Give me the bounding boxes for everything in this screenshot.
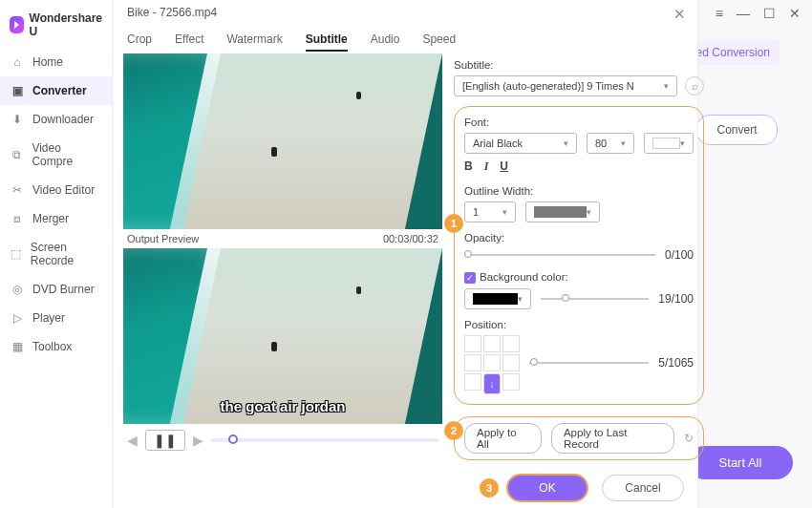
position-thumb[interactable]: [530, 358, 538, 366]
merge-icon: ⧈: [10, 212, 25, 225]
playback-controls: ◀ ❚❚ ▶: [123, 424, 442, 456]
sidebar-item-label: Converter: [32, 84, 87, 97]
editor-tabs: Crop Effect Watermark Subtitle Audio Spe…: [114, 25, 697, 53]
position-label: Position:: [464, 319, 694, 330]
annotation-badge-2: 2: [444, 421, 463, 440]
font-label: Font:: [464, 116, 694, 128]
italic-button[interactable]: I: [484, 159, 489, 174]
underline-button[interactable]: U: [500, 159, 508, 174]
sidebar-item-toolbox[interactable]: ▦Toolbox: [0, 332, 112, 361]
subtitle-search-icon[interactable]: ⌕: [685, 76, 704, 95]
outline-color-select[interactable]: ▾: [525, 201, 600, 222]
minimize-icon[interactable]: —: [737, 6, 750, 21]
record-icon: ⬚: [10, 247, 23, 261]
subtitle-track-select[interactable]: [English (auto-generated)] 9 Times N▾: [454, 75, 677, 96]
subtitle-settings: Subtitle: [English (auto-generated)] 9 T…: [454, 53, 704, 460]
apply-row: 2 Apply to All Apply to Last Record ↻: [454, 416, 704, 460]
close-icon[interactable]: ✕: [673, 6, 686, 23]
sidebar-item-dvd-burner[interactable]: ◎DVD Burner: [0, 275, 112, 304]
sidebar-item-downloader[interactable]: ⬇Downloader: [0, 105, 112, 134]
ok-button[interactable]: OK: [506, 474, 588, 502]
sidebar-item-video-compressor[interactable]: ⧉Video Compre: [0, 134, 112, 176]
sidebar-item-screen-recorder[interactable]: ⬚Screen Recorde: [0, 233, 112, 275]
annotation-badge-3: 3: [480, 478, 499, 497]
bold-button[interactable]: B: [464, 159, 473, 174]
playback-track[interactable]: [211, 438, 438, 442]
menu-icon[interactable]: ≡: [716, 6, 723, 21]
maximize-icon[interactable]: ☐: [763, 6, 776, 21]
brand-logo-icon: [10, 16, 24, 33]
modal-title: Bike - 72566.mp4: [127, 6, 217, 19]
bgcolor-label: ✓Background color:: [464, 271, 694, 284]
playback-time: 00:03/00:32: [383, 233, 438, 244]
position-bottom-center[interactable]: ↓: [483, 373, 501, 394]
opacity-label: Opacity:: [464, 232, 694, 243]
sidebar-item-label: Video Compre: [32, 141, 102, 168]
font-size-select[interactable]: 80▾: [587, 133, 634, 154]
refresh-icon[interactable]: ↻: [684, 432, 694, 445]
opacity-thumb[interactable]: [464, 250, 472, 258]
sidebar-item-label: Player: [32, 311, 65, 325]
pause-button[interactable]: ❚❚: [145, 430, 185, 451]
app-window: Wondershare U ⌂Home ▣Converter ⬇Download…: [0, 0, 812, 508]
tab-audio[interactable]: Audio: [371, 32, 400, 52]
subtitle-label: Subtitle:: [454, 59, 704, 71]
apply-to-last-record-button[interactable]: Apply to Last Record: [551, 423, 674, 454]
playback-thumb[interactable]: [228, 434, 238, 444]
annotation-badge-1: 1: [444, 214, 463, 233]
opacity-value: 0/100: [665, 248, 694, 262]
compress-icon: ⧉: [10, 148, 24, 161]
scissors-icon: ✂: [10, 183, 25, 197]
download-icon: ⬇: [10, 113, 25, 126]
bgcolor-slider[interactable]: [541, 298, 649, 300]
position-slider[interactable]: [529, 362, 649, 364]
grid-icon: ▦: [10, 340, 25, 353]
converter-icon: ▣: [10, 84, 25, 97]
sidebar-item-converter[interactable]: ▣Converter: [0, 76, 112, 105]
font-family-select[interactable]: Arial Black▾: [464, 133, 577, 154]
output-preview-label: Output Preview: [127, 233, 199, 244]
sidebar-item-label: Merger: [32, 212, 69, 225]
sidebar-item-label: Home: [32, 55, 63, 69]
window-controls: ≡ — ☐ ✕: [716, 6, 801, 21]
sidebar-item-label: Screen Recorde: [31, 241, 102, 267]
sidebar-item-player[interactable]: ▷Player: [0, 304, 112, 332]
opacity-slider[interactable]: [464, 254, 655, 256]
subtitle-caption: the goat air jordan: [123, 398, 442, 414]
subtitle-editor-modal: Bike - 72566.mp4 ✕ Crop Effect Watermark…: [114, 0, 698, 508]
bgcolor-value: 19/100: [658, 292, 694, 306]
apply-to-all-button[interactable]: Apply to All: [464, 423, 542, 454]
bgcolor-checkbox[interactable]: ✓: [464, 272, 476, 284]
video-preview-original: [123, 53, 442, 229]
tab-speed[interactable]: Speed: [422, 32, 456, 52]
modal-title-bar: Bike - 72566.mp4 ✕: [114, 0, 697, 25]
tab-effect[interactable]: Effect: [175, 32, 203, 52]
disc-icon: ◎: [10, 283, 25, 296]
tab-watermark[interactable]: Watermark: [226, 32, 282, 52]
play-icon: ▷: [10, 311, 25, 325]
convert-button[interactable]: Convert: [696, 115, 778, 145]
brand-text: Wondershare U: [30, 11, 102, 38]
bgcolor-select[interactable]: ▾: [464, 288, 531, 309]
tab-subtitle[interactable]: Subtitle: [306, 32, 348, 52]
position-grid[interactable]: ↓: [464, 335, 520, 391]
outline-label: Outline Width:: [464, 185, 694, 197]
sidebar-item-home[interactable]: ⌂Home: [0, 48, 112, 76]
close-window-icon[interactable]: ✕: [789, 6, 801, 21]
font-color-select[interactable]: ▾: [644, 133, 694, 154]
tab-crop[interactable]: Crop: [127, 32, 152, 52]
style-group: 1 Font: Arial Black▾ 80▾ ▾ B I U: [454, 106, 704, 405]
home-icon: ⌂: [10, 55, 25, 69]
dialog-buttons: 3 OK Cancel: [114, 460, 697, 502]
sidebar-item-merger[interactable]: ⧈Merger: [0, 204, 112, 233]
sidebar-item-label: Video Editor: [32, 183, 95, 197]
prev-frame-button[interactable]: ◀: [127, 433, 138, 448]
bgcolor-thumb[interactable]: [562, 294, 569, 302]
cancel-button[interactable]: Cancel: [602, 475, 684, 501]
next-frame-button[interactable]: ▶: [193, 433, 203, 448]
sidebar: Wondershare U ⌂Home ▣Converter ⬇Download…: [0, 0, 113, 508]
video-preview-output: the goat air jordan: [123, 248, 442, 424]
sidebar-item-video-editor[interactable]: ✂Video Editor: [0, 176, 112, 204]
outline-width-select[interactable]: 1▾: [464, 201, 516, 222]
position-value: 5/1065: [658, 356, 694, 370]
